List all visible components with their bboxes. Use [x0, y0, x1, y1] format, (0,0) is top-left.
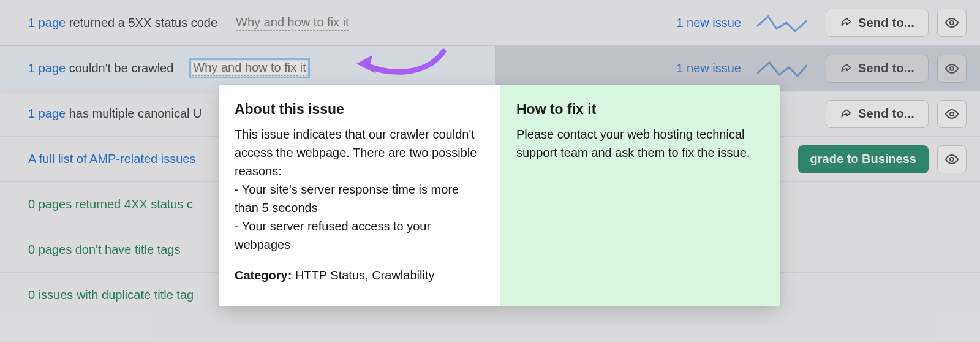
popover-fix-panel: How to fix it Please contact your web ho…	[500, 85, 780, 306]
issue-row: 1 page returned a 5XX status code Why an…	[0, 0, 980, 45]
sparkline	[757, 13, 807, 32]
issue-row-active: 1 page couldn't be crawled Why and how t…	[0, 45, 980, 91]
popover-fix-body: Please contact your web hosting technica…	[516, 125, 764, 162]
issue-help-popover: About this issue This issue indicates th…	[219, 85, 780, 306]
why-how-link[interactable]: Why and how to fix it	[236, 15, 349, 31]
sparkline	[757, 59, 807, 78]
svg-point-0	[950, 21, 954, 25]
issue-suffix: 0 pages don't have title tags	[28, 243, 180, 256]
issue-full-list-link[interactable]: A full list of AMP-related issues	[28, 152, 195, 165]
visibility-toggle-button[interactable]	[937, 9, 967, 37]
eye-icon	[944, 15, 959, 30]
issue-text: 0 pages don't have title tags	[28, 243, 180, 257]
issue-text: 1 page returned a 5XX status code	[28, 16, 217, 30]
send-to-button[interactable]: Send to...	[826, 55, 929, 83]
issue-text: 0 issues with duplicate title tag	[28, 288, 194, 302]
send-to-label: Send to...	[858, 107, 914, 121]
why-how-link-active[interactable]: Why and how to fix it	[192, 61, 307, 76]
issue-suffix: returned a 5XX status code	[66, 16, 217, 29]
issue-suffix: 0 issues with duplicate title tag	[28, 288, 194, 302]
popover-category: Category: HTTP Status, Crawlability	[235, 266, 484, 284]
popover-about-body: This issue indicates that our crawler co…	[235, 125, 484, 254]
new-issue-link[interactable]: 1 new issue	[676, 16, 741, 30]
popover-fix-title: How to fix it	[516, 101, 764, 118]
share-arrow-icon	[840, 108, 852, 120]
eye-icon	[944, 61, 959, 76]
svg-point-2	[950, 112, 954, 116]
visibility-toggle-button[interactable]	[937, 145, 967, 173]
issue-text: A full list of AMP-related issues	[28, 152, 195, 166]
popover-about-panel: About this issue This issue indicates th…	[219, 85, 500, 306]
new-issue-link[interactable]: 1 new issue	[676, 61, 741, 75]
issue-suffix: has multiple canonical U	[66, 107, 202, 120]
issue-count-link[interactable]: 1 page	[28, 16, 66, 29]
issue-suffix: couldn't be crawled	[66, 61, 173, 75]
issue-text: 0 pages returned 4XX status c	[28, 197, 193, 211]
issue-text: 1 page couldn't be crawled	[28, 61, 173, 75]
share-arrow-icon	[840, 63, 852, 75]
issue-suffix: 0 pages returned 4XX status c	[28, 197, 193, 211]
share-arrow-icon	[840, 17, 852, 29]
issue-count-link[interactable]: 1 page	[28, 61, 66, 75]
visibility-toggle-button[interactable]	[937, 55, 967, 83]
send-to-button[interactable]: Send to...	[826, 100, 929, 128]
issue-count-link[interactable]: 1 page	[28, 107, 66, 120]
eye-icon	[944, 152, 959, 167]
svg-point-3	[950, 158, 954, 161]
eye-icon	[944, 107, 959, 121]
send-to-button[interactable]: Send to...	[826, 9, 929, 37]
send-to-label: Send to...	[858, 61, 914, 75]
visibility-toggle-button[interactable]	[937, 100, 967, 128]
upgrade-button[interactable]: grade to Business	[798, 145, 929, 173]
send-to-label: Send to...	[858, 16, 914, 30]
popover-about-title: About this issue	[235, 101, 484, 118]
svg-point-1	[950, 67, 954, 70]
issue-text: 1 page has multiple canonical U	[28, 107, 202, 121]
